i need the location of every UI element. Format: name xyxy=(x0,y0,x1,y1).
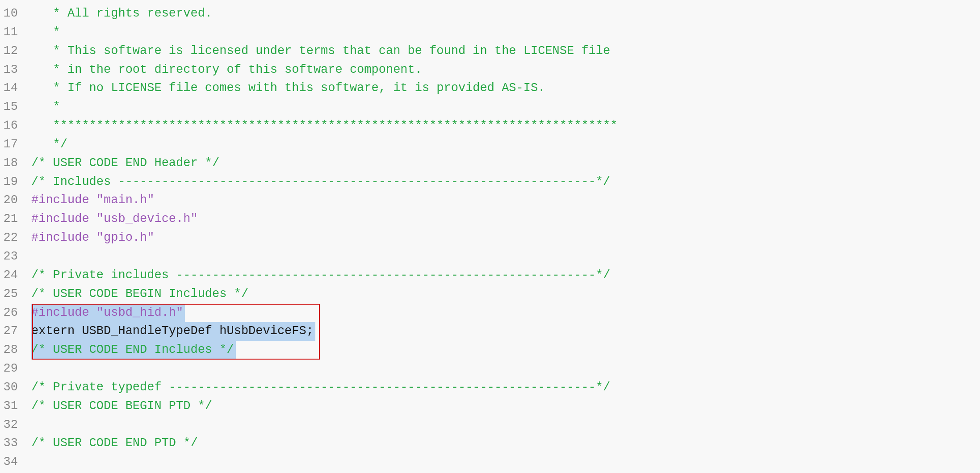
line-number: 18 xyxy=(0,154,31,173)
code-line: 29 xyxy=(0,360,980,378)
code-line: 27extern USBD_HandleTypeDef hUsbDeviceFS… xyxy=(0,322,980,341)
line-number: 13 xyxy=(0,61,31,80)
code-line: 26#include "usbd_hid.h" xyxy=(0,304,980,322)
line-content: /* USER CODE END PTD */ xyxy=(31,434,980,453)
code-line: 33/* USER CODE END PTD */ xyxy=(0,434,980,453)
line-content: #include "usbd_hid.h" xyxy=(31,304,980,322)
line-number: 21 xyxy=(0,210,31,229)
line-number: 17 xyxy=(0,135,31,154)
code-line: 16 *************************************… xyxy=(0,117,980,135)
code-line: 14 * If no LICENSE file comes with this … xyxy=(0,79,980,98)
line-number: 29 xyxy=(0,360,31,378)
line-number: 26 xyxy=(0,304,31,322)
line-number: 33 xyxy=(0,434,31,453)
code-line: 34 xyxy=(0,453,980,472)
line-number: 31 xyxy=(0,397,31,416)
line-content: /* USER CODE END Includes */ xyxy=(31,341,980,360)
line-content: #include "gpio.h" xyxy=(31,229,980,247)
code-container: 10 * All rights reserved.11 *12 * This s… xyxy=(0,0,980,473)
line-number: 11 xyxy=(0,23,31,42)
code-line: 22#include "gpio.h" xyxy=(0,229,980,247)
line-number: 16 xyxy=(0,117,31,135)
line-number: 28 xyxy=(0,341,31,360)
line-content: /* Private typedef ---------------------… xyxy=(31,378,980,397)
code-line: 20#include "main.h" xyxy=(0,191,980,210)
line-number: 22 xyxy=(0,229,31,247)
code-line: 31/* USER CODE BEGIN PTD */ xyxy=(0,397,980,416)
code-line: 12 * This software is licensed under ter… xyxy=(0,42,980,61)
line-number: 32 xyxy=(0,416,31,435)
line-number: 19 xyxy=(0,173,31,192)
code-line: 11 * xyxy=(0,23,980,42)
code-line: 23 xyxy=(0,247,980,266)
line-content: /* Includes ----------------------------… xyxy=(31,173,980,192)
line-number: 30 xyxy=(0,378,31,397)
code-line: 18/* USER CODE END Header */ xyxy=(0,154,980,173)
line-content: #include "usb_device.h" xyxy=(31,210,980,229)
line-content: * If no LICENSE file comes with this sof… xyxy=(31,79,980,98)
line-number: 12 xyxy=(0,42,31,61)
code-line: 30/* Private typedef -------------------… xyxy=(0,378,980,397)
code-line: 19/* Includes --------------------------… xyxy=(0,173,980,192)
line-content: * xyxy=(31,98,980,117)
line-number: 14 xyxy=(0,79,31,98)
line-number: 20 xyxy=(0,191,31,210)
code-line: 25/* USER CODE BEGIN Includes */ xyxy=(0,285,980,304)
line-content: /* USER CODE END Header */ xyxy=(31,154,980,173)
code-line: 32 xyxy=(0,416,980,435)
code-line: 17 */ xyxy=(0,135,980,154)
line-content: * xyxy=(31,23,980,42)
line-content: * This software is licensed under terms … xyxy=(31,42,980,61)
line-content: * All rights reserved. xyxy=(31,4,980,23)
line-content: /* USER CODE BEGIN Includes */ xyxy=(31,285,980,304)
line-number: 24 xyxy=(0,266,31,285)
line-number: 23 xyxy=(0,247,31,266)
line-number: 15 xyxy=(0,98,31,117)
line-content: extern USBD_HandleTypeDef hUsbDeviceFS; xyxy=(31,322,980,341)
code-line: 13 * in the root directory of this softw… xyxy=(0,61,980,80)
code-line: 10 * All rights reserved. xyxy=(0,4,980,23)
code-line: 15 * xyxy=(0,98,980,117)
line-content: ****************************************… xyxy=(31,117,980,135)
code-line: 28/* USER CODE END Includes */ xyxy=(0,341,980,360)
code-line: 24/* Private includes ------------------… xyxy=(0,266,980,285)
line-number: 10 xyxy=(0,4,31,23)
line-content: */ xyxy=(31,135,980,154)
line-content: /* USER CODE BEGIN PTD */ xyxy=(31,397,980,416)
line-content: * in the root directory of this software… xyxy=(31,61,980,80)
code-line: 21#include "usb_device.h" xyxy=(0,210,980,229)
line-content: /* Private includes --------------------… xyxy=(31,266,980,285)
line-number: 25 xyxy=(0,285,31,304)
line-content: #include "main.h" xyxy=(31,191,980,210)
line-number: 34 xyxy=(0,453,31,472)
line-number: 27 xyxy=(0,322,31,341)
